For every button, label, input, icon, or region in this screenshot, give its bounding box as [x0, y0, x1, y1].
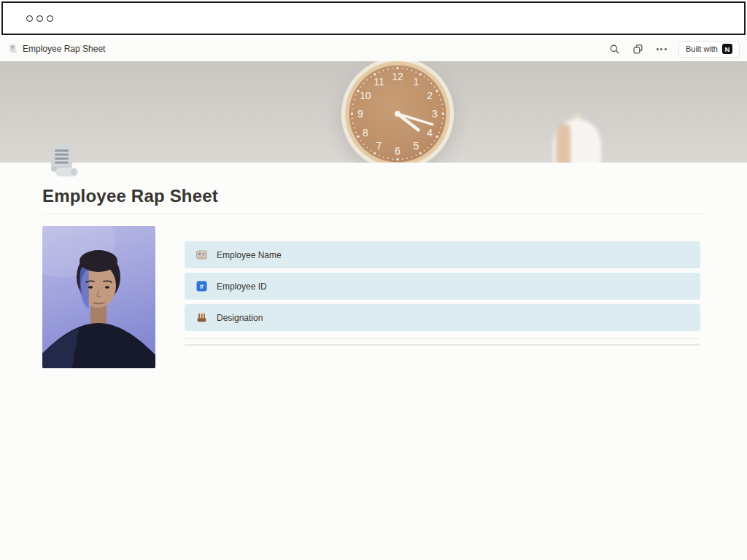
window-control-icon[interactable] — [26, 15, 33, 22]
notion-toolbar: Employee Rap Sheet Built with N — [0, 38, 747, 60]
svg-text:#: # — [200, 282, 204, 290]
wall-clock-image: 121234567891011 — [341, 61, 454, 163]
page-title: Employee Rap Sheet — [42, 186, 218, 206]
field-list: Employee Name # Employee ID — [185, 241, 700, 335]
title-divider — [42, 214, 705, 214]
breadcrumb: Employee Rap Sheet — [7, 44, 105, 54]
svg-text:3: 3 — [432, 108, 438, 120]
field-row-employee-name[interactable]: Employee Name — [185, 241, 700, 268]
search-icon[interactable] — [608, 42, 622, 55]
toolbar-page-title: Employee Rap Sheet — [23, 44, 105, 54]
page-icon-receipt[interactable] — [42, 142, 80, 180]
svg-text:1: 1 — [414, 76, 419, 88]
svg-text:8: 8 — [363, 127, 368, 139]
clock-center — [395, 111, 400, 117]
svg-text:12: 12 — [392, 71, 403, 82]
designation-icon — [196, 312, 207, 323]
browser-chrome-bar — [1, 1, 746, 35]
empty-block-divider — [185, 344, 700, 346]
page-cover-photo: 121234567891011 — [0, 61, 747, 163]
lamp-image — [549, 109, 605, 163]
field-label: Designation — [217, 313, 263, 323]
built-with-label: Built with — [686, 44, 718, 53]
more-options-icon[interactable] — [655, 42, 668, 55]
svg-text:5: 5 — [414, 140, 419, 152]
id-number-icon: # — [196, 281, 207, 292]
window-control-icon[interactable] — [36, 15, 43, 22]
svg-text:6: 6 — [395, 145, 400, 157]
svg-text:11: 11 — [374, 76, 384, 88]
field-label: Employee ID — [217, 281, 267, 292]
svg-text:2: 2 — [427, 90, 433, 101]
field-row-employee-id[interactable]: # Employee ID — [185, 273, 700, 300]
svg-text:7: 7 — [376, 140, 382, 152]
field-label: Employee Name — [217, 250, 282, 260]
svg-text:10: 10 — [360, 90, 371, 101]
empty-block-divider — [185, 338, 700, 339]
svg-text:9: 9 — [357, 108, 363, 120]
notion-logo-icon: N — [722, 44, 732, 54]
built-with-notion-button[interactable]: Built with N — [678, 41, 740, 58]
window-control-icon[interactable] — [47, 15, 53, 22]
toolbar-actions: Built with N — [608, 41, 740, 58]
duplicate-icon[interactable] — [632, 42, 645, 55]
svg-text:4: 4 — [427, 127, 433, 139]
employee-photo[interactable] — [42, 226, 155, 368]
screen: Employee Rap Sheet Built with N — [0, 0, 747, 560]
receipt-icon — [7, 44, 18, 54]
field-row-designation[interactable]: Designation — [185, 304, 700, 331]
name-badge-icon — [196, 249, 207, 260]
